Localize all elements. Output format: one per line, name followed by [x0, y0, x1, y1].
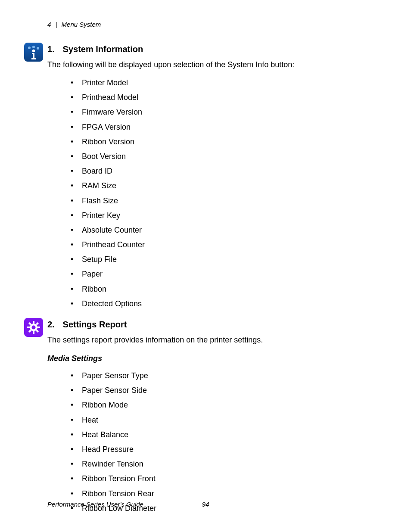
- list-item: Printhead Counter: [71, 237, 364, 252]
- list-item: Firmware Version: [71, 105, 364, 119]
- section-intro: The settings report provides information…: [47, 336, 364, 345]
- section-title: System Information: [63, 44, 143, 54]
- footer-page-number: 94: [202, 501, 209, 508]
- list-item: Ribbon Mode: [71, 398, 364, 412]
- list-item: Ribbon Version: [71, 134, 364, 149]
- section-title: Settings Report: [63, 320, 127, 329]
- info-icon: [24, 43, 43, 62]
- svg-rect-4: [33, 321, 34, 324]
- list-item: Ribbon: [71, 282, 364, 296]
- list-item: Flash Size: [71, 193, 364, 208]
- gear-icon: [24, 318, 43, 337]
- list-item: Heat Balance: [71, 427, 364, 442]
- section-number: 1.: [47, 44, 60, 54]
- list-item: Detected Options: [71, 296, 364, 311]
- section-heading: 2. Settings Report: [47, 320, 364, 330]
- footer-doc-title: Performance Series User's Guide: [47, 501, 143, 508]
- svg-rect-5: [33, 331, 34, 334]
- section-number: 2.: [47, 320, 60, 330]
- list-item: Absolute Counter: [71, 223, 364, 237]
- list-item: Board ID: [71, 164, 364, 178]
- list-item: RAM Size: [71, 178, 364, 193]
- subsection-title: Media Settings: [47, 354, 364, 363]
- svg-point-3: [32, 50, 35, 52]
- list-item: Printer Key: [71, 208, 364, 223]
- section-settings-report: 2. Settings Report The settings report p…: [47, 320, 364, 516]
- chapter-number: 4: [47, 21, 51, 28]
- list-item: Ribbon Tension Front: [71, 471, 364, 486]
- section-system-information: 1. System Information The following will…: [47, 44, 364, 311]
- list-item: Paper: [71, 267, 364, 281]
- list-item: FPGA Version: [71, 120, 364, 134]
- system-info-list: Printer Model Printhead Model Firmware V…: [71, 75, 364, 311]
- running-header: 4 | Menu System: [47, 21, 364, 28]
- list-item: Printer Model: [71, 75, 364, 90]
- section-intro: The following will be displayed upon sel…: [47, 60, 364, 69]
- section-heading: 1. System Information: [47, 44, 364, 54]
- svg-point-13: [32, 326, 36, 330]
- header-separator: |: [56, 21, 57, 28]
- svg-point-2: [37, 47, 39, 50]
- page-footer: Performance Series User's Guide 94: [47, 496, 364, 508]
- list-item: Heat: [71, 413, 364, 427]
- list-item: Printhead Model: [71, 90, 364, 105]
- media-settings-list: Paper Sensor Type Paper Sensor Side Ribb…: [71, 368, 364, 516]
- list-item: Paper Sensor Type: [71, 368, 364, 383]
- document-page: 4 | Menu System 1. System Information Th…: [0, 0, 411, 532]
- svg-rect-6: [27, 327, 30, 328]
- svg-rect-7: [37, 327, 40, 328]
- chapter-title: Menu System: [62, 21, 101, 28]
- list-item: Rewinder Tension: [71, 457, 364, 471]
- list-item: Paper Sensor Side: [71, 383, 364, 398]
- svg-point-1: [32, 46, 35, 48]
- list-item: Setup File: [71, 252, 364, 267]
- list-item: Boot Version: [71, 149, 364, 164]
- list-item: Head Pressure: [71, 442, 364, 457]
- svg-point-0: [28, 47, 31, 49]
